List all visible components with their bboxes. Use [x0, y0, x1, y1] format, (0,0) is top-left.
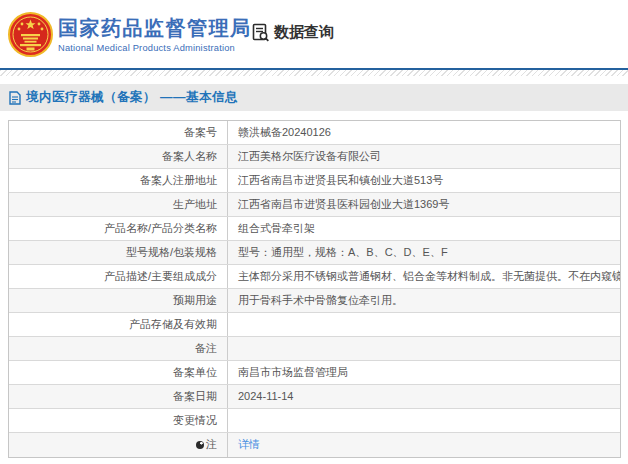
- page: 国家药品监督管理局 National Medical Products Admi…: [0, 0, 628, 464]
- brand-text: 国家药品监督管理局 National Medical Products Admi…: [58, 16, 252, 53]
- row-value: 江西省南昌市进贤县民和镇创业大道513号: [228, 169, 620, 192]
- row-value: 组合式骨牵引架: [228, 217, 620, 240]
- row-value: [228, 337, 620, 360]
- hatch-band: [0, 70, 628, 76]
- table-row: 备案日期2024-11-14: [9, 385, 620, 409]
- row-value: 赣洪械备20240126: [228, 121, 620, 144]
- section-bar: 境内医疗器械（备案） ——基本信息: [0, 84, 628, 111]
- row-value: 用于骨科手术中骨骼复位牵引用。: [228, 289, 620, 312]
- row-label: 型号规格/包装规格: [9, 241, 228, 264]
- table-row: 产品描述/主要组成成分主体部分采用不锈钢或普通钢材、铝合金等材料制成。非无菌提供…: [9, 265, 620, 289]
- table-row: 生产地址江西省南昌市进贤县医科园创业大道1369号: [9, 193, 620, 217]
- table-row: 备案单位南昌市市场监督管理局: [9, 361, 620, 385]
- org-name-en: National Medical Products Administration: [58, 43, 252, 53]
- table-row: 变更情况: [9, 409, 620, 433]
- data-query-label: 数据查询: [274, 23, 334, 42]
- row-label: 注: [9, 433, 228, 457]
- row-label: 备注: [9, 337, 228, 360]
- detail-link[interactable]: 详情: [238, 438, 260, 450]
- row-value: 型号：通用型，规格：A、B、C、D、E、F: [228, 241, 620, 264]
- row-label: 备案人名称: [9, 145, 228, 168]
- section-title: 境内医疗器械（备案） ——基本信息: [26, 89, 238, 106]
- table-row: 型号规格/包装规格型号：通用型，规格：A、B、C、D、E、F: [9, 241, 620, 265]
- table-row: 预期用途用于骨科手术中骨骼复位牵引用。: [9, 289, 620, 313]
- row-value: 江西美格尔医疗设备有限公司: [228, 145, 620, 168]
- row-label: 产品存储及有效期: [9, 313, 228, 336]
- row-label: 生产地址: [9, 193, 228, 216]
- row-label: 备案号: [9, 121, 228, 144]
- table-row: 注详情: [9, 433, 620, 457]
- row-label: 预期用途: [9, 289, 228, 312]
- table-row: 备案人名称江西美格尔医疗设备有限公司: [9, 145, 620, 169]
- note-bullet-icon: [196, 441, 204, 449]
- org-name-cn: 国家药品监督管理局: [58, 16, 252, 40]
- row-value: 详情: [228, 433, 620, 457]
- table-row: 备注: [9, 337, 620, 361]
- table-row: 备案号赣洪械备20240126: [9, 121, 620, 145]
- row-label: 产品描述/主要组成成分: [9, 265, 228, 288]
- row-label: 产品名称/产品分类名称: [9, 217, 228, 240]
- row-label: 备案人注册地址: [9, 169, 228, 192]
- row-value: [228, 409, 620, 432]
- doc-search-icon: [252, 23, 270, 42]
- row-value: 主体部分采用不锈钢或普通钢材、铝合金等材料制成。非无菌提供。不在内窥镜下使用。: [228, 265, 620, 288]
- data-query-nav[interactable]: 数据查询: [252, 23, 334, 42]
- table-row: 产品名称/产品分类名称组合式骨牵引架: [9, 217, 620, 241]
- national-emblem-icon: [8, 11, 53, 58]
- table-row: 备案人注册地址江西省南昌市进贤县民和镇创业大道513号: [9, 169, 620, 193]
- row-value: 南昌市市场监督管理局: [228, 361, 620, 384]
- row-value: [228, 313, 620, 336]
- site-header: 国家药品监督管理局 National Medical Products Admi…: [0, 0, 628, 68]
- row-value: 2024-11-14: [228, 385, 620, 408]
- document-icon: [9, 91, 21, 105]
- row-label: 备案单位: [9, 361, 228, 384]
- row-value: 江西省南昌市进贤县医科园创业大道1369号: [228, 193, 620, 216]
- row-label: 变更情况: [9, 409, 228, 432]
- table-row: 产品存储及有效期: [9, 313, 620, 337]
- row-label: 备案日期: [9, 385, 228, 408]
- info-table: 备案号赣洪械备20240126备案人名称江西美格尔医疗设备有限公司备案人注册地址…: [8, 120, 621, 458]
